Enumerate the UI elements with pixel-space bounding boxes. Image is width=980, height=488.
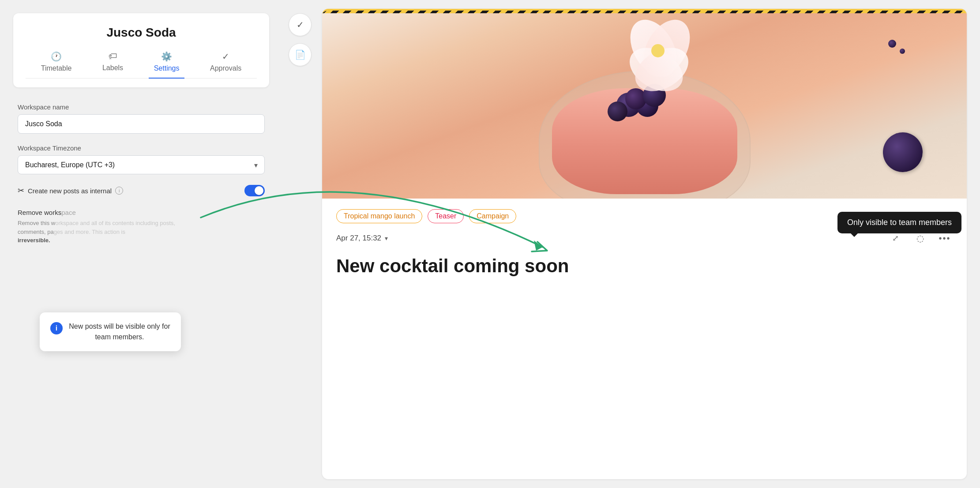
tag-tropical[interactable]: Tropical mango launch [336, 209, 422, 223]
small-berry-2 [900, 49, 905, 54]
tab-labels-label: Labels [102, 64, 123, 72]
document-button[interactable]: 📄 [289, 43, 312, 66]
tab-settings-label: Settings [154, 64, 180, 72]
tab-approvals-label: Approvals [210, 64, 241, 72]
more-icon: ••• [939, 233, 950, 244]
approvals-icon: ✓ [222, 51, 229, 62]
tooltip-popup: i New posts will be visible only for tea… [40, 312, 181, 351]
left-panel: Jusco Soda 🕐 Timetable 🏷 Labels ⚙️ Setti… [0, 0, 282, 488]
tag-campaign[interactable]: Campaign [469, 209, 516, 223]
tab-timetable-label: Timetable [41, 64, 72, 72]
tab-timetable[interactable]: 🕐 Timetable [36, 48, 77, 79]
tab-settings[interactable]: ⚙️ Settings [149, 48, 185, 79]
workspace-title: Jusco Soda [26, 26, 257, 40]
remove-workspace-title: Remove workspace [18, 209, 265, 216]
tag-teaser[interactable]: Teaser [428, 209, 464, 223]
date-chevron-icon: ▾ [385, 235, 388, 242]
labels-icon: 🏷 [109, 51, 117, 61]
tooltip-info-icon: i [50, 322, 63, 334]
document-icon: 📄 [295, 49, 306, 60]
workspace-card: Jusco Soda 🕐 Timetable 🏷 Labels ⚙️ Setti… [13, 13, 269, 87]
timezone-select-wrapper: Bucharest, Europe (UTC +3) ▾ [18, 155, 265, 174]
lone-berry [883, 132, 923, 172]
irreversible-warning: irreversible. [18, 237, 50, 244]
tooltip-popup-text: New posts will be visible only for team … [69, 321, 170, 342]
workspace-name-label: Workspace name [18, 103, 265, 111]
tags-row: Tropical mango launch Teaser Campaign On… [336, 209, 953, 223]
post-content: Tropical mango launch Teaser Campaign On… [322, 199, 967, 479]
center-toolbar: ✓ 📄 [282, 0, 318, 488]
visibility-tooltip: Only visible to team members [837, 212, 961, 233]
date-value: Apr 27, 15:32 [336, 234, 381, 243]
berry-4 [608, 101, 627, 121]
internal-toggle[interactable] [244, 185, 265, 196]
tab-approvals[interactable]: ✓ Approvals [205, 48, 247, 79]
remove-workspace-desc: Remove this workspace and all of its con… [18, 219, 265, 245]
toggle-row: ✂ Create new posts as internal i [18, 185, 265, 196]
settings-section: Workspace name Workspace Timezone Buchar… [13, 103, 269, 196]
tab-labels[interactable]: 🏷 Labels [97, 48, 128, 79]
internal-post-icon: ✂ [18, 186, 24, 195]
eye-off-icon: ◌ [916, 233, 924, 244]
right-panel: Tropical mango launch Teaser Campaign On… [318, 0, 980, 488]
tabs-row: 🕐 Timetable 🏷 Labels ⚙️ Settings ✓ Appro… [26, 48, 257, 79]
check-icon: ✓ [297, 19, 304, 30]
timetable-icon: 🕐 [51, 51, 62, 62]
check-button[interactable]: ✓ [289, 13, 312, 36]
remove-workspace-section: Remove workspace Remove this workspace a… [13, 209, 269, 245]
toggle-label: ✂ Create new posts as internal i [18, 186, 240, 195]
info-icon[interactable]: i [115, 187, 123, 195]
post-image [322, 13, 967, 199]
create-internal-label: Create new posts as internal [28, 187, 112, 195]
workspace-timezone-select[interactable]: Bucharest, Europe (UTC +3) [18, 155, 265, 174]
flower-center [651, 44, 665, 57]
settings-icon: ⚙️ [161, 51, 172, 62]
post-title: New cocktail coming soon [336, 255, 953, 277]
date-display[interactable]: Apr 27, 15:32 ▾ [336, 234, 388, 243]
workspace-name-input[interactable] [18, 114, 265, 134]
workspace-timezone-label: Workspace Timezone [18, 144, 265, 152]
post-card: Tropical mango launch Teaser Campaign On… [322, 9, 967, 479]
expand-icon: ⤢ [892, 233, 899, 243]
small-berry-1 [888, 40, 896, 48]
